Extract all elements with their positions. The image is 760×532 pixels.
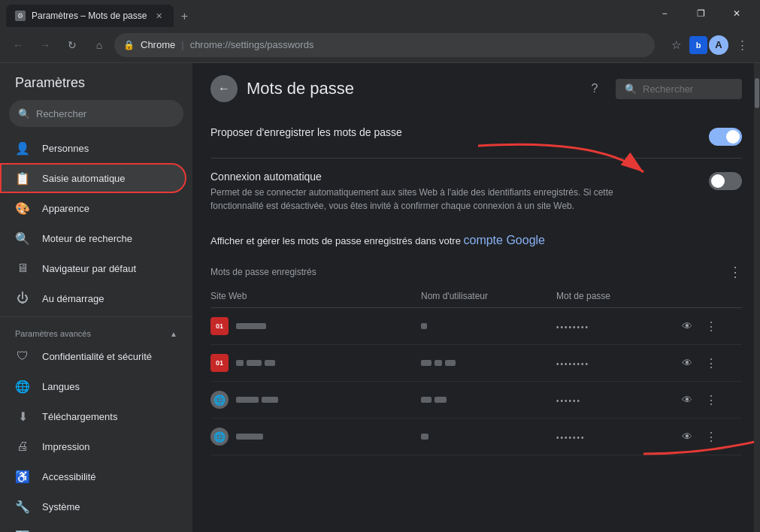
search-icon: 🔍 (15, 231, 30, 246)
sidebar-title: Paramètres (0, 69, 192, 100)
passwords-section: Mots de passe enregistrés ⋮ Site Web Nom… (192, 259, 760, 461)
sidebar-item-print[interactable]: 🖨 Impression (0, 431, 186, 461)
site-name (236, 360, 275, 366)
sidebar-search-icon: 🔍 (18, 108, 30, 119)
username-cell (421, 360, 556, 366)
sidebar: Paramètres 🔍 Rechercher 👤 Personnes 📋 Sa… (0, 63, 192, 532)
page-search-icon: 🔍 (625, 83, 637, 95)
bookmark-button[interactable]: ☆ (664, 33, 688, 57)
show-password-button[interactable]: 👁 (677, 426, 698, 447)
password-cell: •••••• (556, 393, 677, 407)
active-tab[interactable]: ⚙ Paramètres – Mots de passe ✕ (6, 5, 174, 27)
print-icon: 🖨 (15, 440, 30, 453)
omnibox-brand: Chrome (141, 39, 175, 50)
sidebar-item-apparence[interactable]: 🎨 Apparence (0, 193, 186, 223)
site-name (236, 434, 263, 440)
favicon-01: 01 (210, 317, 229, 335)
site-name-text3 (265, 360, 275, 366)
sidebar-search-placeholder: Rechercher (36, 108, 86, 119)
home-button[interactable]: ⌂ (87, 33, 111, 57)
site-name (236, 397, 278, 403)
page-search[interactable]: 🔍 (616, 79, 742, 99)
favicon-globe: 🌐 (210, 391, 229, 409)
username-cell (421, 434, 556, 440)
sidebar-search[interactable]: 🔍 Rechercher (9, 100, 183, 127)
site-name-text (236, 323, 266, 329)
close-button[interactable]: ✕ (719, 0, 754, 27)
tab-close-button[interactable]: ✕ (153, 10, 165, 22)
auto-login-toggle[interactable] (709, 172, 742, 190)
sidebar-item-label: Accessibilité (42, 471, 96, 482)
password-dots: •••••• (556, 397, 581, 405)
password-dots: •••••••• (556, 360, 589, 368)
advanced-section-header: Paramètres avancés ▲ (0, 320, 192, 341)
sidebar-item-accessibility[interactable]: ♿ Accessibilité (0, 461, 186, 491)
col-password-header: Mot de passe (556, 291, 677, 301)
passwords-menu-button[interactable]: ⋮ (728, 265, 742, 279)
back-page-button[interactable]: ← (210, 75, 238, 102)
minimize-button[interactable]: − (647, 0, 682, 27)
avatar[interactable]: A (709, 35, 728, 55)
system-icon: 🔧 (15, 500, 30, 514)
save-passwords-toggle[interactable] (709, 128, 742, 146)
toolbar-right: ☆ b A ⋮ (664, 33, 754, 57)
new-tab-button[interactable]: + (174, 6, 195, 27)
col-user-header: Nom d'utilisateur (421, 291, 556, 301)
sidebar-item-saisie[interactable]: 📋 Saisie automatique (0, 163, 186, 193)
site-name (236, 323, 266, 329)
username-cell (421, 397, 556, 403)
scrollbar-thumb[interactable] (755, 78, 759, 108)
help-button[interactable]: ? (583, 77, 607, 101)
password-row: 🌐 ••••••• 👁 ⋮ (210, 419, 742, 455)
site-cell: 🌐 (210, 391, 421, 409)
sidebar-item-label: Langues (42, 381, 80, 392)
password-row: 🌐 •••••• 👁 ⋮ (210, 382, 742, 419)
row-more-button[interactable]: ⋮ (701, 389, 722, 410)
row-more-button[interactable]: ⋮ (701, 426, 722, 447)
lock-icon: 🔒 (123, 40, 135, 50)
auto-login-info: Connexion automatique Permet de se conne… (210, 171, 697, 213)
auto-login-row: Connexion automatique Permet de se conne… (210, 159, 742, 225)
favicon-01: 01 (210, 354, 229, 372)
row-more-button[interactable]: ⋮ (701, 352, 722, 373)
auto-login-desc: Permet de se connecter automatiquement a… (210, 186, 624, 213)
maximize-button[interactable]: ❐ (683, 0, 718, 27)
sidebar-item-privacy[interactable]: 🛡 Confidentialité et sécurité (0, 341, 186, 371)
sidebar-item-reset[interactable]: 🔄 Réinitialiser et nettoyer (0, 521, 186, 532)
page-search-input[interactable] (643, 83, 733, 95)
toggle-knob-2 (711, 174, 725, 188)
autofill-icon: 📋 (15, 171, 30, 186)
sidebar-item-languages[interactable]: 🌐 Langues (0, 371, 186, 401)
sidebar-item-personnes[interactable]: 👤 Personnes (0, 133, 186, 163)
password-cell: ••••••• (556, 430, 677, 443)
password-dots: •••••••• (556, 323, 589, 331)
back-button[interactable]: ← (6, 33, 30, 57)
main-layout: Paramètres 🔍 Rechercher 👤 Personnes 📋 Sa… (0, 63, 760, 532)
omnibox[interactable]: 🔒 Chrome | chrome://settings/passwords (114, 33, 655, 57)
sidebar-item-downloads[interactable]: ⬇ Téléchargements (0, 401, 186, 431)
site-name-text (236, 434, 263, 440)
accessibility-icon: ♿ (15, 470, 30, 484)
reload-button[interactable]: ↻ (60, 33, 84, 57)
password-dots: ••••••• (556, 434, 586, 442)
password-row: 01 •••••••• (210, 345, 742, 382)
toggle-knob (726, 130, 740, 144)
google-account-link[interactable]: compte Google (463, 234, 545, 246)
person-icon: 👤 (15, 141, 30, 156)
bitwarden-icon[interactable]: b (689, 36, 707, 54)
tab-title: Paramètres – Mots de passe (32, 11, 147, 21)
google-link-prefix: Afficher et gérer les mots de passe enre… (210, 235, 463, 246)
show-password-button[interactable]: 👁 (677, 316, 698, 337)
sidebar-item-browser[interactable]: 🖥 Navigateur par défaut (0, 253, 186, 283)
omnibox-url: chrome://settings/passwords (190, 39, 314, 50)
menu-button[interactable]: ⋮ (730, 33, 754, 57)
forward-button[interactable]: → (33, 33, 57, 57)
sidebar-item-label: Au démarrage (42, 293, 104, 304)
sidebar-item-system[interactable]: 🔧 Système (0, 491, 186, 521)
password-cell: •••••••• (556, 319, 677, 333)
sidebar-item-startup[interactable]: ⏻ Au démarrage (0, 283, 186, 313)
sidebar-item-search[interactable]: 🔍 Moteur de recherche (0, 223, 186, 253)
show-password-button[interactable]: 👁 (677, 389, 698, 410)
row-more-button[interactable]: ⋮ (701, 316, 722, 337)
show-password-button[interactable]: 👁 (677, 352, 698, 373)
